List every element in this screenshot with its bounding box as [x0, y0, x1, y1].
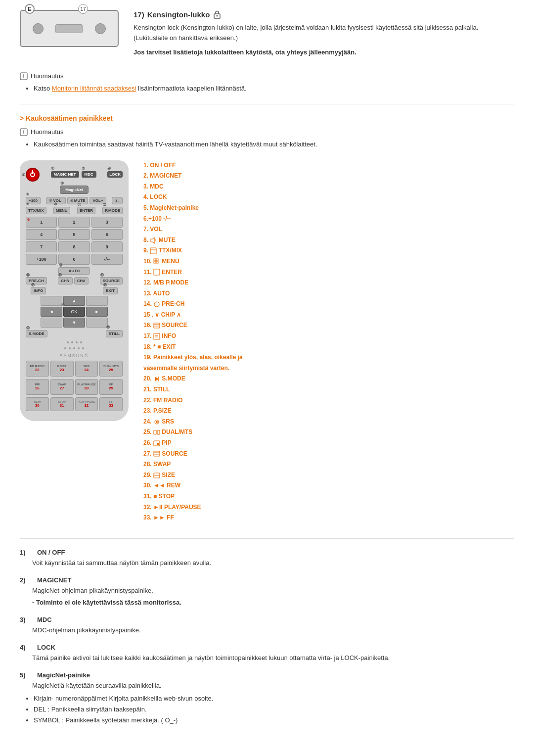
srs-btn[interactable]: SRS 24 [75, 361, 98, 377]
brand-name: SAMSUNG [26, 353, 123, 358]
dir-center-btn[interactable]: ⑲ OK [63, 307, 85, 317]
power-btn[interactable] [26, 168, 40, 182]
numbered-item-5: 5) MagicNet-painike MagicNetiä käytetään… [20, 671, 514, 726]
item-3-title: MDC [37, 616, 52, 623]
num4-btn[interactable]: 4 [26, 229, 57, 240]
dual-mts-btn[interactable]: DUAL/MTS 25 [99, 361, 123, 377]
mute-icon-legend [150, 237, 157, 244]
svg-rect-27 [157, 430, 160, 434]
item-5-bullets: Kirjain- numeronäppäimet Kirjoita painik… [34, 693, 514, 726]
stop-btn[interactable]: STOP 31 [50, 397, 74, 411]
pmode-btn[interactable]: ⑫ P.MODE [102, 207, 123, 214]
rew-btn[interactable]: REW 30 [26, 397, 49, 411]
prech-btn[interactable]: ⑭ PRE-CH [26, 277, 47, 284]
dual-icon-legend [153, 429, 160, 436]
svg-rect-10 [154, 259, 156, 261]
source-icon-legend-27 [153, 450, 160, 457]
dir-down-btn[interactable]: ▼ [63, 318, 85, 328]
legend-item-2: 2. MAGICNET [143, 171, 514, 182]
swap-btn[interactable]: SWAP 27 [50, 379, 74, 395]
mdc-btn[interactable]: ③ MDC [82, 171, 96, 178]
legend-item-15: 15 . ∨ CH/P ∧ [143, 310, 514, 321]
num2-btn[interactable]: 2 [58, 217, 89, 228]
ch-down-btn[interactable]: ⑮ CH∨ [58, 277, 73, 284]
lock-icon [213, 10, 222, 19]
legend-item-13: 13. AUTO [143, 288, 514, 299]
num5-btn[interactable]: 5 [58, 229, 89, 240]
dir-btn-empty-tl [41, 296, 62, 306]
item-1-num: 1) [20, 549, 32, 556]
ch-up-btn[interactable]: CH∧ [74, 277, 89, 284]
item-2-title: MAGICNET [37, 576, 71, 584]
num0-btn[interactable]: 0 [58, 254, 89, 265]
menu-btn[interactable]: ⑩ MENU [53, 207, 70, 214]
magicnet-special-btn[interactable]: ⑤ MagicNet [60, 186, 89, 194]
num8-btn[interactable]: 8 [58, 241, 89, 252]
svg-rect-12 [154, 261, 156, 263]
legend-item-14: 14. PRE-CH [143, 299, 514, 310]
dot7 [73, 347, 75, 349]
svg-text:i: i [23, 74, 25, 79]
exit-btn[interactable]: ⑱ EXIT [103, 287, 118, 294]
info-btn[interactable]: ⑰ INFO [31, 287, 46, 294]
dir-btn-empty-br [86, 318, 108, 328]
playpause-btn[interactable]: PLAY/PAUSE 28 [75, 379, 98, 395]
legend-item-31: 31. ■ STOP [143, 491, 514, 502]
auto-btn[interactable]: ⑬ AUTO [58, 267, 90, 275]
remote-note-bullets: Kaukosäätimen toimintaa saattavat häirit… [34, 139, 514, 150]
item-5-desc: MagicNetiä käytetään seuraavilla painikk… [32, 681, 514, 691]
dot8 [78, 347, 80, 349]
num-minus-btn[interactable]: -/-- [91, 254, 123, 265]
kensington-bold-text: Jos tarvitset lisätietoja lukkolaitteen … [134, 47, 514, 58]
bottom-row-2: PIP 26 SWAP 27 PLAY/PAUSE 28 FF 29 [26, 379, 123, 395]
num-plus100-btn[interactable]: +100 [26, 254, 57, 265]
pip-icon-legend [153, 440, 160, 447]
fm-radio-btn[interactable]: FM RADIO 22 [26, 361, 49, 377]
dir-right-btn[interactable]: ► [86, 307, 108, 317]
item-5-bullet-3: SYMBOL : Painikkeella syötetään merkkejä… [34, 715, 514, 726]
legend-item-33: 33. ►► FF [143, 513, 514, 523]
svg-rect-13 [156, 261, 158, 263]
ttx-icon-legend [150, 247, 157, 254]
play-pause-transport-btn[interactable]: PLAY/PAUSE 32 [75, 397, 98, 411]
svg-rect-30 [154, 451, 160, 456]
enter-btn[interactable]: ⑪ ENTER [77, 207, 95, 214]
dir-up-btn[interactable]: ▲ [63, 296, 85, 306]
device-badge-number: 17 [78, 4, 88, 14]
dir-left-btn[interactable]: ◄ [41, 307, 62, 317]
minus-btn[interactable]: -/-- [112, 197, 123, 204]
svg-point-1 [217, 15, 218, 17]
svg-text:i: i [23, 130, 25, 135]
legend-item-10: 10. MENU [143, 256, 514, 267]
prech-icon-legend [153, 301, 160, 308]
smode-btn[interactable]: ⑳ S.MODE [26, 330, 47, 337]
num3-btn[interactable]: 3 [91, 217, 123, 228]
remote-section-layout: ① ② MAGIC NET ③ MDC ④ LOCK [20, 160, 514, 523]
magicnet-btn[interactable]: ② MAGIC NET [51, 171, 79, 178]
kensington-description: Kensington lock (Kensington-lukko) on la… [134, 23, 514, 44]
source-icon-legend-16 [153, 322, 160, 329]
ttx-btn[interactable]: ⑨ TTX/MIX [26, 207, 46, 214]
psize-btn[interactable]: P.SIZE 23 [50, 361, 74, 377]
remote-section-title: > Kaukosäätimen painikkeet [20, 114, 514, 122]
still-btn[interactable]: ㉑ STILL [106, 330, 123, 337]
dot5 [64, 347, 66, 349]
num1-btn[interactable]: ①1 [26, 217, 57, 228]
legend-item-26: 26. PIP [143, 438, 514, 449]
item-5-num: 5) [20, 671, 32, 679]
pip-btn[interactable]: PIP 26 [26, 379, 49, 395]
svg-rect-26 [154, 430, 156, 434]
ff-btn-row2[interactable]: FF 29 [99, 379, 123, 395]
svg-rect-11 [156, 259, 158, 261]
lock-btn[interactable]: ④ LOCK [107, 171, 123, 178]
note-box-2: i Huomautus [20, 128, 514, 136]
ff-transport-btn[interactable]: FF 33 [99, 397, 123, 411]
item-2-bold: - Toiminto ei ole käytettävissä tässä mo… [32, 598, 514, 608]
num9-btn[interactable]: 9 [91, 241, 123, 252]
num7-btn[interactable]: 7 [26, 241, 57, 252]
legend-item-19b: vasemmalle siirtymistä varten. [143, 363, 514, 374]
num6-btn[interactable]: 6 [91, 229, 123, 240]
kensington-link[interactable]: Monitorin liitännät saadaksesi [52, 85, 136, 92]
legend-item-23: 23. P.SIZE [143, 406, 514, 417]
remote-control: ① ② MAGIC NET ③ MDC ④ LOCK [20, 160, 129, 421]
